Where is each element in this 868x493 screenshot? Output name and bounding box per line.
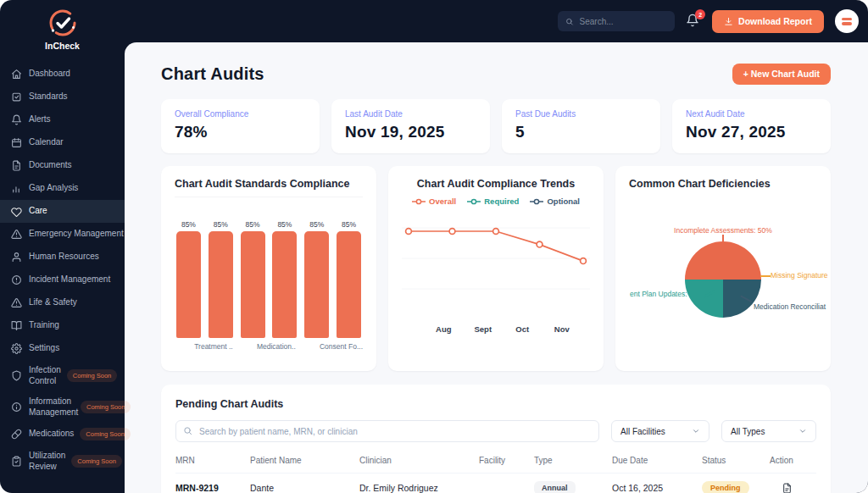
bar-value-label: 85% <box>246 220 260 229</box>
legend-item-required[interactable]: Required <box>467 197 519 206</box>
line-chart-x-axis: AugSeptOctNov <box>402 324 590 334</box>
bar <box>176 231 201 338</box>
pending-search[interactable] <box>175 420 599 442</box>
bar-value-label: 85% <box>309 220 324 229</box>
new-chart-audit-button[interactable]: + New Chart Audit <box>732 64 831 85</box>
sidebar-item-calendar[interactable]: Calendar <box>0 131 125 154</box>
line-chart-title: Chart Audit Compliance Trends <box>402 178 590 190</box>
shield-icon <box>11 370 23 382</box>
bar-column: 85% <box>335 204 363 338</box>
home-icon <box>11 69 23 80</box>
bar-chart-icon <box>11 183 23 195</box>
pending-title: Pending Chart Audits <box>175 398 816 410</box>
compliance-trends-panel: Chart Audit Compliance Trends OverallReq… <box>388 166 604 371</box>
search-input[interactable] <box>580 17 668 26</box>
sidebar-item-label: Human Resources <box>29 252 99 263</box>
cell-due-date: Oct 16, 2025 <box>612 483 702 493</box>
x-tick-label: Nov <box>542 324 582 334</box>
pie-label-medication-reconciliation: Medication Reconciliat <box>754 302 826 311</box>
sidebar-item-dashboard[interactable]: Dashboard <box>0 63 125 86</box>
sidebar-item-life-safety[interactable]: Life & Safety <box>0 291 125 314</box>
legend-marker-icon <box>530 198 543 205</box>
chevron-down-icon <box>798 427 807 435</box>
sidebar-item-label: Medications <box>29 429 74 440</box>
legend-item-optional[interactable]: Optional <box>530 197 580 206</box>
user-icon <box>11 252 23 263</box>
main-content: Chart Audits + New Chart Audit Overall C… <box>125 42 868 493</box>
x-tick-label: Sept <box>464 324 504 334</box>
global-search[interactable] <box>558 11 675 31</box>
bar <box>241 231 265 338</box>
view-document-icon[interactable] <box>782 483 793 493</box>
sidebar-item-label: Standards <box>29 91 68 102</box>
heart-icon <box>11 206 23 218</box>
legend-marker-icon <box>412 198 426 205</box>
pie-label-treatment-plan-updates: ent Plan Updates: 25% <box>630 290 704 298</box>
book-icon <box>11 320 23 332</box>
pill-icon <box>11 429 23 440</box>
bar-x-label <box>300 342 315 351</box>
sidebar-item-documents[interactable]: Documents <box>0 154 125 177</box>
sidebar-item-label: Infection Control <box>29 365 61 386</box>
sidebar-item-settings[interactable]: Settings <box>0 337 125 360</box>
line-chart-legend: OverallRequiredOptional <box>402 197 590 206</box>
sidebar-item-utilization-review[interactable]: Utilization ReviewComing Soon <box>0 446 125 477</box>
cell-patient-name: Dante <box>250 483 359 493</box>
alert-circle-icon <box>11 274 23 286</box>
pending-search-input[interactable] <box>175 420 599 442</box>
sidebar-item-emergency-management[interactable]: Emergency Management <box>0 223 125 246</box>
sidebar-item-care[interactable]: Care <box>0 200 125 223</box>
sidebar-item-standards[interactable]: Standards <box>0 86 125 108</box>
page-title: Chart Audits <box>161 64 264 84</box>
sidebar-item-medications[interactable]: MedicationsComing Soon <box>0 423 125 446</box>
status-badge: Pending <box>702 481 749 493</box>
sidebar-item-label: Utilization Review <box>29 451 65 472</box>
bar-chart-title: Chart Audit Standards Compliance <box>175 178 363 190</box>
line-chart <box>402 216 590 296</box>
charts-row: Chart Audit Standards Compliance 85%85%8… <box>161 166 831 371</box>
sidebar-item-incident-management[interactable]: Incident Management <box>0 269 125 291</box>
topbar: 2 Download Report <box>125 0 868 42</box>
sidebar-item-label: Training <box>29 320 59 331</box>
bar <box>304 231 329 338</box>
sidebar-item-infection-control[interactable]: Infection ControlComing Soon <box>0 360 125 391</box>
bar <box>272 231 297 338</box>
bar-x-label: Consent Fo... <box>320 342 363 351</box>
document-icon <box>11 160 23 172</box>
bar-value-label: 85% <box>277 220 292 229</box>
bar-column: 85% <box>303 204 331 338</box>
standards-compliance-panel: Chart Audit Standards Compliance 85%85%8… <box>161 166 376 371</box>
sidebar-item-label: Incident Management <box>29 274 110 285</box>
sidebar-item-training[interactable]: Training <box>0 314 125 337</box>
sidebar-nav: DashboardStandardsAlertsCalendarDocument… <box>0 63 125 477</box>
bar-x-label: Medication.. <box>257 342 296 351</box>
cell-mrn: MRN-9219 <box>175 483 250 493</box>
bell-icon <box>11 114 23 126</box>
clipboard-check-icon <box>11 456 23 468</box>
stat-label: Overall Compliance <box>175 109 306 119</box>
user-avatar[interactable] <box>835 9 859 33</box>
coming-soon-badge: Coming Soon <box>81 401 131 413</box>
search-icon <box>183 426 192 435</box>
sidebar-item-label: Documents <box>29 160 72 171</box>
facility-filter-dropdown[interactable]: All Facilities <box>611 420 709 442</box>
legend-item-overall[interactable]: Overall <box>412 197 456 206</box>
notifications-button[interactable]: 2 <box>686 14 701 29</box>
sidebar-item-label: Alerts <box>29 114 51 125</box>
stat-card-last-audit-date: Last Audit DateNov 19, 2025 <box>331 99 490 153</box>
notification-count-badge: 2 <box>695 9 705 19</box>
type-filter-dropdown[interactable]: All Types <box>721 420 816 442</box>
sidebar-item-human-resources[interactable]: Human Resources <box>0 246 125 269</box>
bar-column: 85% <box>175 204 203 338</box>
stat-label: Past Due Audits <box>515 109 647 119</box>
warning-triangle-icon <box>11 229 23 241</box>
sidebar-item-alerts[interactable]: Alerts <box>0 108 125 131</box>
sidebar-item-label: Information Management <box>29 396 75 418</box>
sidebar-item-label: Emergency Management <box>29 229 124 240</box>
download-report-button[interactable]: Download Report <box>712 10 824 33</box>
coming-soon-badge: Coming Soon <box>80 428 130 440</box>
sidebar-item-label: Gap Analysis <box>29 183 78 194</box>
sidebar-item-information-management[interactable]: Information ManagementComing Soon <box>0 391 125 423</box>
sidebar-item-label: Care <box>29 206 47 217</box>
sidebar-item-gap-analysis[interactable]: Gap Analysis <box>0 177 125 200</box>
